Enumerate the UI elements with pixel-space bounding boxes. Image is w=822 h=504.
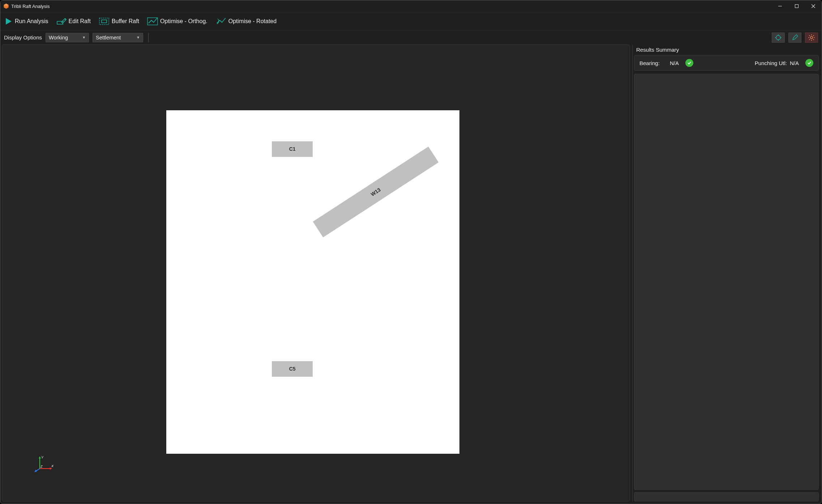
play-icon [5, 17, 13, 26]
svg-line-24 [809, 35, 810, 36]
minimize-button[interactable] [772, 0, 788, 12]
app-icon [3, 3, 9, 9]
main-split: C1 W13 C5 Y [0, 44, 822, 504]
optimise-orthog-button[interactable]: Optimise - Orthog. [146, 16, 208, 27]
axis-z-label: Z [40, 465, 43, 468]
punching-label: Punching Utl: [755, 60, 787, 66]
svg-marker-33 [34, 470, 37, 472]
svg-marker-29 [39, 456, 41, 458]
axis-x-label: X [51, 464, 54, 468]
column-c1[interactable]: C1 [272, 141, 313, 157]
column-c5-label: C5 [289, 366, 296, 372]
punching-summary: Punching Utl: N/A [755, 60, 799, 66]
bearing-status-ok-icon [685, 59, 693, 67]
svg-line-27 [809, 39, 810, 40]
results-body [634, 74, 819, 490]
svg-rect-10 [102, 20, 107, 23]
window-title: Tribli Raft Analysis [11, 4, 50, 9]
bearing-value: N/A [670, 60, 679, 66]
close-button[interactable] [805, 0, 822, 12]
run-analysis-label: Run Analysis [15, 18, 48, 25]
edit-raft-label: Edit Raft [69, 18, 91, 25]
chevron-down-icon: ▼ [136, 35, 140, 39]
results-panel-title: Results Summary [633, 44, 820, 55]
viewport-tool-edit-button[interactable] [788, 33, 801, 43]
axis-y-label: Y [41, 456, 44, 459]
wall-w13-label: W13 [370, 187, 382, 197]
svg-line-25 [813, 39, 814, 40]
buffer-raft-icon [99, 17, 110, 25]
main-toolbar: Run Analysis Edit Raft Buffer Raft Opt [0, 12, 822, 30]
display-options-combo-2[interactable]: Settlement ▼ [93, 33, 143, 42]
options-bar: Display Options Working ▼ Settlement ▼ [0, 30, 822, 44]
bearing-summary: Bearing: N/A [639, 60, 679, 66]
punching-value: N/A [790, 60, 799, 66]
gear-icon [808, 34, 815, 41]
canvas-area: C1 W13 C5 Y [4, 47, 628, 499]
titlebar-left: Tribli Raft Analysis [3, 3, 50, 9]
app-window: Tribli Raft Analysis Run Analysis [0, 0, 822, 504]
raft-sheet: C1 W13 C5 [166, 110, 459, 454]
window-controls [772, 0, 822, 12]
display-options-label: Display Options [4, 34, 42, 40]
svg-line-26 [813, 35, 814, 36]
svg-point-14 [776, 35, 780, 40]
viewport-wrapper: C1 W13 C5 Y [2, 44, 630, 501]
bearing-label: Bearing: [639, 60, 660, 66]
target-icon [775, 34, 782, 41]
punching-status-ok-icon [805, 59, 813, 67]
results-footer [634, 492, 819, 501]
wall-w13[interactable]: W13 [313, 146, 439, 237]
pencil-icon [792, 34, 798, 41]
optimise-rotated-label: Optimise - Rotated [228, 18, 277, 25]
results-summary-row: Bearing: N/A Punching Utl: N/A [634, 55, 819, 71]
optimise-rotated-button[interactable]: Optimise - Rotated [215, 16, 277, 27]
buffer-raft-label: Buffer Raft [112, 18, 139, 25]
svg-rect-3 [795, 5, 799, 8]
optimise-rotated-icon [215, 17, 226, 25]
combo2-value: Settlement [96, 35, 121, 40]
chevron-down-icon: ▼ [82, 35, 86, 39]
optimise-orthog-icon [147, 17, 158, 25]
column-c1-label: C1 [289, 146, 296, 152]
viewport-tool-target-button[interactable] [772, 33, 785, 43]
viewport-settings-button[interactable] [805, 33, 818, 43]
viewport[interactable]: C1 W13 C5 Y [2, 44, 630, 501]
axis-triad-icon: Y X Z [33, 456, 55, 474]
axis-triad: Y X Z [33, 456, 55, 474]
maximize-button[interactable] [788, 0, 805, 12]
buffer-raft-button[interactable]: Buffer Raft [98, 16, 140, 27]
titlebar: Tribli Raft Analysis [0, 0, 822, 12]
run-analysis-button[interactable]: Run Analysis [4, 16, 49, 27]
options-divider [148, 33, 149, 42]
combo1-value: Working [49, 35, 68, 40]
optimise-orthog-label: Optimise - Orthog. [160, 18, 207, 25]
column-c5[interactable]: C5 [272, 361, 313, 377]
edit-raft-button[interactable]: Edit Raft [56, 16, 91, 27]
svg-rect-9 [99, 18, 109, 25]
results-panel: Results Summary Bearing: N/A Punching Ut… [632, 44, 820, 501]
edit-raft-icon [56, 17, 67, 26]
svg-point-19 [810, 37, 813, 39]
display-options-combo-1[interactable]: Working ▼ [46, 33, 89, 42]
svg-marker-6 [6, 18, 12, 25]
